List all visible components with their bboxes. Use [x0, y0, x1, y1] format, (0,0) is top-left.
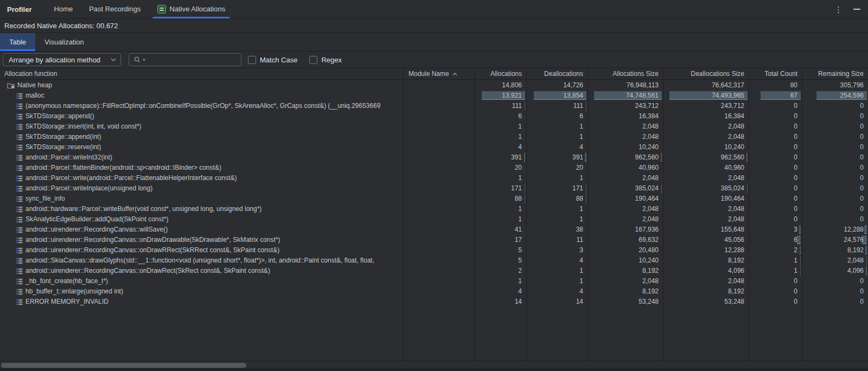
allocation-function-name: sync_file_info [25, 194, 65, 204]
column-header-allocations[interactable]: Allocations [475, 68, 522, 80]
table-row[interactable]: (anonymous namespace)::FillRectOpImpl::o… [0, 101, 868, 111]
tab-visualization[interactable]: Visualization [35, 33, 93, 51]
allocation-function-cell[interactable]: android::uirenderer::RecordingCanvas::on… [0, 266, 403, 276]
allocations_size-cell: 243,712 [588, 101, 663, 111]
table-row[interactable]: ERROR MEMORY_INVALID141453,24853,24800 [0, 297, 868, 307]
remaining_size-cell: 0 [802, 142, 868, 152]
table-row[interactable]: android::Parcel::flattenBinder(android::… [0, 163, 868, 173]
deallocations-value: 111 [573, 102, 583, 110]
allocation-function-cell[interactable]: SkTDStorage::append(int) [0, 132, 403, 142]
column-header-deallocations[interactable]: Deallocations [526, 68, 583, 80]
top-tab-bar: Profiler Home Past Recordings Native All… [0, 0, 868, 19]
tab-table[interactable]: Table [0, 33, 35, 51]
value-proportion-bar [799, 225, 801, 234]
column-header-module[interactable]: Module Name [409, 68, 475, 80]
allocation-function-cell[interactable]: Native heap [0, 80, 403, 91]
table-row[interactable]: android::hardware::Parcel::writeBuffer(v… [0, 204, 868, 214]
table-row[interactable]: android::uirenderer::RecordingCanvas::on… [0, 245, 868, 255]
column-header-deallocations_size[interactable]: Deallocations Size [663, 68, 744, 80]
table-row[interactable]: hb_buffer_t::enlarge(unsigned int)448,19… [0, 286, 868, 297]
table-row[interactable]: SkAnalyticEdgeBuilder::addQuad(SkPoint c… [0, 214, 868, 225]
table-row[interactable]: android::Parcel::writeInt32(int)39139196… [0, 152, 868, 163]
allocation-function-cell[interactable]: ERROR MEMORY_INVALID [0, 297, 403, 307]
table-row[interactable]: android::uirenderer::RecordingCanvas::on… [0, 235, 868, 245]
allocation-function-cell[interactable]: malloc [0, 91, 403, 101]
deallocations-value: 391 [572, 153, 583, 161]
table-row[interactable]: SkTDStorage::insert(int, int, void const… [0, 121, 868, 132]
deallocations-cell: 1 [526, 266, 588, 276]
match-case-label: Match Case [260, 56, 297, 64]
search-box[interactable] [129, 53, 241, 66]
horizontal-scrollbar-thumb[interactable] [1, 363, 246, 368]
allocation-function-cell[interactable]: android::uirenderer::RecordingCanvas::on… [0, 235, 403, 245]
arrange-by-dropdown[interactable]: Arrange by allocation method [3, 53, 121, 66]
allocation-function-cell[interactable]: sync_file_info [0, 194, 403, 204]
allocation-function-cell[interactable]: android::Parcel::write(android::Parcel::… [0, 173, 403, 183]
column-header-total_count[interactable]: Total Count [749, 68, 797, 80]
table-row[interactable]: android::Parcel::write(android::Parcel::… [0, 173, 868, 183]
search-icon[interactable] [133, 56, 141, 63]
column-header-label: Remaining Size [818, 70, 864, 78]
tab-home[interactable]: Home [48, 0, 79, 18]
allocation-function-cell[interactable]: SkTDStorage::append() [0, 111, 403, 121]
tab-native-allocations[interactable]: Native Allocations [151, 0, 232, 18]
tab-home-label: Home [54, 0, 73, 18]
table-row[interactable]: android::uirenderer::RecordingCanvas::wi… [0, 225, 868, 235]
allocation-function-cell[interactable]: android::uirenderer::RecordingCanvas::wi… [0, 225, 403, 235]
table-row[interactable]: SkTDStorage::reserve(int)4410,24010,2400… [0, 142, 868, 152]
table-row[interactable]: _hb_font_create(hb_face_t*)112,0482,0480… [0, 276, 868, 286]
regex-checkbox[interactable]: Regex [309, 56, 342, 64]
allocation-function-cell[interactable]: android::Parcel::flattenBinder(android::… [0, 163, 403, 173]
horizontal-scrollbar[interactable] [0, 361, 868, 368]
column-divider [663, 68, 663, 361]
remaining_size-cell: 254,596 [802, 91, 868, 101]
total_count-cell: 0 [749, 132, 802, 142]
remaining_size-value: 0 [860, 153, 864, 161]
view-tab-strip: Table Visualization [0, 33, 868, 52]
allocation-function-cell[interactable]: android::SkiaCanvas::drawGlyphs(std::__1… [0, 255, 403, 266]
deallocations-value: 38 [576, 226, 583, 233]
table-row[interactable]: malloc13,92113,85474,748,56174,493,96567… [0, 91, 868, 101]
allocation-function-cell[interactable]: android::Parcel::writeInplace(unsigned l… [0, 183, 403, 194]
search-history-caret-icon[interactable] [142, 59, 146, 61]
table-row[interactable]: SkTDStorage::append()6616,38416,38400 [0, 111, 868, 121]
allocations_size-value: 190,464 [635, 195, 659, 202]
remaining_size-cell: 8,192 [802, 245, 868, 255]
allocation-function-cell[interactable]: SkTDStorage::reserve(int) [0, 142, 403, 152]
allocation-function-cell[interactable]: android::Parcel::writeInt32(int) [0, 152, 403, 163]
table-row[interactable]: android::Parcel::writeInplace(unsigned l… [0, 183, 868, 194]
column-header-allocations_size[interactable]: Allocations Size [588, 68, 659, 80]
total_count-cell: 0 [749, 214, 802, 225]
allocation-function-cell[interactable]: SkAnalyticEdgeBuilder::addQuad(SkPoint c… [0, 214, 403, 225]
allocation-function-cell[interactable]: android::hardware::Parcel::writeBuffer(v… [0, 204, 403, 214]
deallocations-cell: 14 [526, 297, 588, 307]
allocations-value: 88 [515, 195, 522, 202]
allocations_size-value: 53,248 [639, 298, 659, 305]
allocation-function-cell[interactable]: android::uirenderer::RecordingCanvas::on… [0, 245, 403, 255]
allocation-function-cell[interactable]: hb_buffer_t::enlarge(unsigned int) [0, 286, 403, 297]
column-header-function[interactable]: Allocation function [4, 68, 402, 80]
allocation-function-cell[interactable]: SkTDStorage::insert(int, int, void const… [0, 121, 403, 132]
search-input[interactable] [147, 56, 238, 64]
hide-window-icon[interactable] [853, 9, 860, 10]
column-header-remaining_size[interactable]: Remaining Size [802, 68, 864, 80]
deallocations_size-value: 2,048 [728, 205, 744, 213]
table-row[interactable]: Native heap14,80614,72676,948,11376,642,… [0, 80, 868, 91]
table-row[interactable]: android::uirenderer::RecordingCanvas::on… [0, 266, 868, 276]
column-divider [588, 68, 588, 361]
tab-visualization-label: Visualization [44, 38, 84, 46]
allocations-value: 5 [518, 257, 522, 264]
more-options-icon[interactable]: ⋮ [834, 5, 843, 14]
allocation-function-cell[interactable]: (anonymous namespace)::FillRectOpImpl::o… [0, 101, 403, 111]
allocation-function-cell[interactable]: _hb_font_create(hb_face_t*) [0, 276, 403, 286]
tab-past-recordings-label: Past Recordings [89, 0, 141, 18]
match-case-checkbox[interactable]: Match Case [248, 56, 297, 64]
table-row[interactable]: android::SkiaCanvas::drawGlyphs(std::__1… [0, 255, 868, 266]
table-row[interactable]: SkTDStorage::append(int)112,0482,04800 [0, 132, 868, 142]
remaining_size-cell: 0 [802, 204, 868, 214]
table-row[interactable]: sync_file_info8888190,464190,46400 [0, 194, 868, 204]
allocations-cell: 111 [475, 101, 526, 111]
tab-past-recordings[interactable]: Past Recordings [83, 0, 146, 18]
allocations_size-value: 8,192 [642, 287, 659, 295]
remaining_size-cell: 0 [802, 111, 868, 121]
